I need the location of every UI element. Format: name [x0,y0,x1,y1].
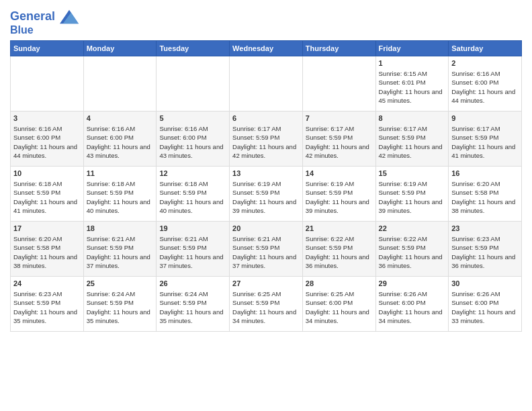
day-number: 16 [451,169,519,179]
day-info: Sunrise: 6:22 AM [306,234,373,243]
day-info: Sunset: 5:59 PM [379,133,446,142]
day-info: Sunset: 6:00 PM [451,298,519,307]
day-info: Daylight: 11 hours and 35 minutes. [13,308,81,326]
day-info: Sunset: 5:59 PM [232,243,300,252]
day-info: Daylight: 11 hours and 39 minutes. [379,197,446,216]
day-info: Sunset: 5:59 PM [87,243,154,252]
day-number: 1 [379,58,446,68]
calendar-cell: 9Sunrise: 6:17 AMSunset: 5:59 PMDaylight… [449,111,522,166]
weekday-header: Thursday [302,40,375,56]
day-number: 18 [87,224,154,234]
day-info: Daylight: 11 hours and 41 minutes. [451,142,519,161]
day-info: Sunrise: 6:16 AM [13,124,81,133]
logo-subtext: Blue [10,24,79,36]
calendar-cell: 8Sunrise: 6:17 AMSunset: 5:59 PMDaylight… [375,111,449,166]
calendar-cell: 7Sunrise: 6:17 AMSunset: 5:59 PMDaylight… [302,111,375,166]
day-info: Sunrise: 6:17 AM [306,124,373,133]
day-number: 29 [379,279,446,289]
day-info: Sunrise: 6:24 AM [87,289,154,298]
day-info: Daylight: 11 hours and 35 minutes. [87,308,154,326]
day-info: Sunrise: 6:21 AM [159,234,226,243]
day-number: 3 [13,113,81,124]
logo-text: General [10,9,79,24]
day-number: 26 [159,279,226,289]
day-info: Sunset: 5:58 PM [451,188,519,197]
day-info: Sunset: 5:59 PM [13,298,81,307]
calendar-cell: 6Sunrise: 6:17 AMSunset: 5:59 PMDaylight… [230,111,303,166]
calendar-cell: 28Sunrise: 6:25 AMSunset: 6:00 PMDayligh… [302,276,375,331]
day-info: Sunset: 5:59 PM [87,298,154,307]
day-info: Sunrise: 6:18 AM [87,179,154,188]
day-number: 30 [451,279,519,289]
day-info: Sunset: 6:00 PM [379,298,446,307]
calendar-cell [230,56,303,111]
day-info: Sunrise: 6:16 AM [87,124,154,133]
day-info: Daylight: 11 hours and 42 minutes. [379,142,446,161]
day-info: Sunrise: 6:18 AM [159,179,226,188]
day-info: Sunset: 6:00 PM [306,298,373,307]
day-info: Sunset: 5:59 PM [87,188,154,197]
logo: General Blue [10,9,79,36]
day-info: Daylight: 11 hours and 44 minutes. [451,87,519,105]
day-number: 9 [451,113,519,124]
weekday-header: Monday [83,40,157,56]
calendar-cell: 27Sunrise: 6:25 AMSunset: 5:59 PMDayligh… [230,276,303,331]
calendar-cell: 15Sunrise: 6:19 AMSunset: 5:59 PMDayligh… [375,166,449,221]
calendar-cell: 11Sunrise: 6:18 AMSunset: 5:59 PMDayligh… [83,166,157,221]
day-info: Sunset: 5:59 PM [306,243,373,252]
day-info: Sunrise: 6:18 AM [13,179,81,188]
day-info: Sunset: 5:59 PM [159,298,226,307]
day-info: Sunrise: 6:25 AM [306,289,373,298]
day-info: Sunset: 6:00 PM [159,133,226,142]
calendar-cell: 30Sunrise: 6:26 AMSunset: 6:00 PMDayligh… [449,276,522,331]
day-info: Sunset: 5:59 PM [306,133,373,142]
day-number: 22 [379,224,446,234]
calendar-cell: 13Sunrise: 6:19 AMSunset: 5:59 PMDayligh… [230,166,303,221]
calendar-cell: 22Sunrise: 6:22 AMSunset: 5:59 PMDayligh… [375,221,449,276]
day-number: 15 [379,169,446,179]
calendar-cell: 18Sunrise: 6:21 AMSunset: 5:59 PMDayligh… [83,221,157,276]
day-info: Daylight: 11 hours and 38 minutes. [13,253,81,271]
day-info: Daylight: 11 hours and 40 minutes. [87,197,154,216]
day-info: Daylight: 11 hours and 37 minutes. [159,253,226,271]
calendar-cell: 16Sunrise: 6:20 AMSunset: 5:58 PMDayligh… [449,166,522,221]
day-info: Daylight: 11 hours and 42 minutes. [306,142,373,161]
day-number: 25 [87,279,154,289]
calendar-cell: 17Sunrise: 6:20 AMSunset: 5:58 PMDayligh… [11,221,84,276]
day-number: 21 [306,224,373,234]
day-info: Sunset: 5:59 PM [379,243,446,252]
day-info: Sunset: 5:59 PM [232,298,300,307]
day-info: Sunset: 5:59 PM [451,133,519,142]
calendar-cell: 25Sunrise: 6:24 AMSunset: 5:59 PMDayligh… [83,276,157,331]
day-info: Daylight: 11 hours and 43 minutes. [87,142,154,161]
calendar-cell: 5Sunrise: 6:16 AMSunset: 6:00 PMDaylight… [157,111,230,166]
calendar-cell: 24Sunrise: 6:23 AMSunset: 5:59 PMDayligh… [11,276,84,331]
weekday-header: Wednesday [230,40,303,56]
calendar-cell: 20Sunrise: 6:21 AMSunset: 5:59 PMDayligh… [230,221,303,276]
day-info: Daylight: 11 hours and 37 minutes. [232,253,300,271]
day-number: 24 [13,279,81,289]
day-info: Sunset: 5:59 PM [306,188,373,197]
day-info: Sunrise: 6:19 AM [306,179,373,188]
day-number: 13 [232,169,300,179]
day-info: Sunset: 6:00 PM [87,133,154,142]
day-number: 20 [232,224,300,234]
day-info: Sunrise: 6:17 AM [232,124,300,133]
day-info: Daylight: 11 hours and 44 minutes. [13,142,81,161]
day-info: Sunrise: 6:23 AM [451,234,519,243]
calendar-cell: 23Sunrise: 6:23 AMSunset: 5:59 PMDayligh… [449,221,522,276]
day-info: Sunrise: 6:16 AM [451,69,519,78]
day-info: Daylight: 11 hours and 45 minutes. [379,87,446,105]
day-info: Daylight: 11 hours and 34 minutes. [306,308,373,326]
day-info: Sunrise: 6:17 AM [451,124,519,133]
day-info: Sunrise: 6:24 AM [159,289,226,298]
day-info: Sunset: 5:59 PM [451,243,519,252]
day-number: 6 [232,113,300,124]
calendar-cell [83,56,157,111]
day-info: Sunset: 5:59 PM [13,188,81,197]
calendar-table: SundayMondayTuesdayWednesdayThursdayFrid… [10,40,522,332]
day-info: Sunrise: 6:20 AM [13,234,81,243]
day-number: 17 [13,224,81,234]
day-info: Sunset: 5:59 PM [159,188,226,197]
calendar-cell: 19Sunrise: 6:21 AMSunset: 5:59 PMDayligh… [157,221,230,276]
